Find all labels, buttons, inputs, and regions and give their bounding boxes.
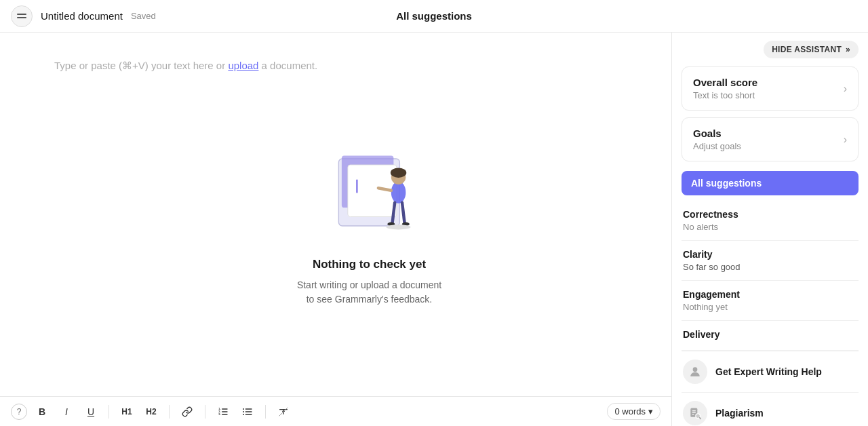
document-title: Untitled document	[41, 10, 123, 22]
clarity-title: Clarity	[683, 249, 857, 260]
hamburger-icon	[17, 14, 26, 18]
expert-writing-promo[interactable]: Get Expert Writing Help	[682, 351, 859, 392]
svg-text:3.: 3.	[218, 412, 220, 416]
editor-content[interactable]: Type or paste (⌘+V) your text here or up…	[0, 33, 671, 396]
plagiarism-check-icon	[688, 406, 702, 420]
toolbar-separator-2	[169, 405, 170, 419]
svg-point-6	[391, 168, 406, 178]
illustration-container: Nothing to check yet Start writing or up…	[297, 122, 441, 307]
ordered-list-button[interactable]: 1. 2. 3.	[214, 402, 233, 421]
toolbar-separator-3	[205, 405, 205, 419]
help-button[interactable]: ?	[11, 404, 27, 420]
center-title: All suggestions	[396, 10, 472, 22]
overall-score-subtitle: Text is too short	[693, 90, 757, 100]
clarity-subtitle: So far so good	[683, 262, 857, 272]
plagiarism-icon	[683, 401, 707, 425]
overall-score-arrow: ›	[844, 83, 847, 95]
topbar-center: All suggestions	[396, 10, 472, 22]
h2-button[interactable]: H2	[142, 402, 161, 421]
nothing-desc: Start writing or upload a document to se…	[297, 278, 441, 307]
plagiarism-text: Plagiarism	[715, 408, 764, 419]
clarity-section[interactable]: Clarity So far so good	[682, 241, 859, 281]
correctness-title: Correctness	[683, 209, 857, 220]
goals-subtitle: Adjust goals	[693, 141, 741, 151]
saved-status: Saved	[131, 11, 156, 21]
hide-assistant-area: HIDE ASSISTANT »	[672, 33, 868, 66]
word-count-arrow: ▾	[648, 406, 653, 417]
unordered-list-button[interactable]	[238, 402, 257, 421]
correctness-subtitle: No alerts	[683, 222, 857, 232]
bold-button[interactable]: B	[33, 402, 52, 421]
hide-assistant-button[interactable]: HIDE ASSISTANT »	[764, 41, 859, 58]
editor-placeholder: Type or paste (⌘+V) your text here or up…	[54, 60, 617, 72]
engagement-subtitle: Nothing yet	[683, 302, 857, 312]
goals-arrow: ›	[844, 134, 847, 146]
menu-button[interactable]	[11, 5, 33, 27]
delivery-title: Delivery	[683, 329, 857, 340]
link-button[interactable]	[178, 402, 197, 421]
clear-format-icon	[278, 406, 289, 417]
expert-icon	[683, 360, 707, 384]
overall-score-title: Overall score	[693, 77, 757, 88]
all-suggestions-button[interactable]: All suggestions	[682, 171, 859, 195]
goals-title: Goals	[693, 128, 741, 139]
toolbar-separator-1	[108, 405, 109, 419]
svg-point-4	[391, 181, 406, 203]
link-icon	[182, 406, 193, 417]
svg-point-29	[693, 367, 698, 372]
toolbar-separator-4	[265, 405, 266, 419]
svg-point-24	[243, 414, 244, 415]
svg-point-23	[243, 411, 244, 412]
ordered-list-icon: 1. 2. 3.	[218, 406, 229, 417]
word-count-button[interactable]: 0 words ▾	[607, 403, 660, 420]
bottom-toolbar: ? B I U H1 H2 1. 2.	[0, 396, 671, 426]
svg-point-12	[387, 225, 411, 229]
main-layout: Type or paste (⌘+V) your text here or up…	[0, 33, 868, 426]
engagement-section[interactable]: Engagement Nothing yet	[682, 281, 859, 321]
expert-text: Get Expert Writing Help	[715, 366, 822, 377]
word-count-label: 0 words	[614, 406, 646, 417]
plagiarism-title: Plagiarism	[715, 408, 764, 419]
engagement-title: Engagement	[683, 289, 857, 300]
upload-link[interactable]: upload	[228, 60, 258, 71]
overall-score-card[interactable]: Overall score Text is too short ›	[682, 66, 859, 111]
expert-title: Get Expert Writing Help	[715, 366, 822, 377]
topbar: Untitled document Saved All suggestions	[0, 0, 868, 33]
overall-score-content: Overall score Text is too short	[693, 77, 757, 100]
svg-line-35	[700, 418, 701, 419]
topbar-left: Untitled document Saved	[11, 5, 156, 27]
clear-format-button[interactable]	[274, 402, 293, 421]
illustration-svg	[308, 122, 430, 244]
underline-button[interactable]: U	[81, 402, 100, 421]
expert-writing-icon	[688, 365, 702, 379]
nothing-title: Nothing to check yet	[313, 258, 426, 271]
editor-area: Type or paste (⌘+V) your text here or up…	[0, 33, 671, 426]
h1-button[interactable]: H1	[117, 402, 136, 421]
plagiarism-promo[interactable]: Plagiarism	[682, 392, 859, 426]
right-sidebar: HIDE ASSISTANT » Overall score Text is t…	[671, 33, 868, 426]
italic-button[interactable]: I	[57, 402, 76, 421]
delivery-section[interactable]: Delivery	[682, 321, 859, 351]
svg-point-22	[243, 408, 244, 410]
svg-line-28	[279, 408, 288, 416]
correctness-section[interactable]: Correctness No alerts	[682, 201, 859, 241]
svg-line-9	[402, 203, 405, 223]
unordered-list-icon	[242, 406, 253, 417]
goals-content: Goals Adjust goals	[693, 128, 741, 151]
goals-card[interactable]: Goals Adjust goals ›	[682, 117, 859, 161]
